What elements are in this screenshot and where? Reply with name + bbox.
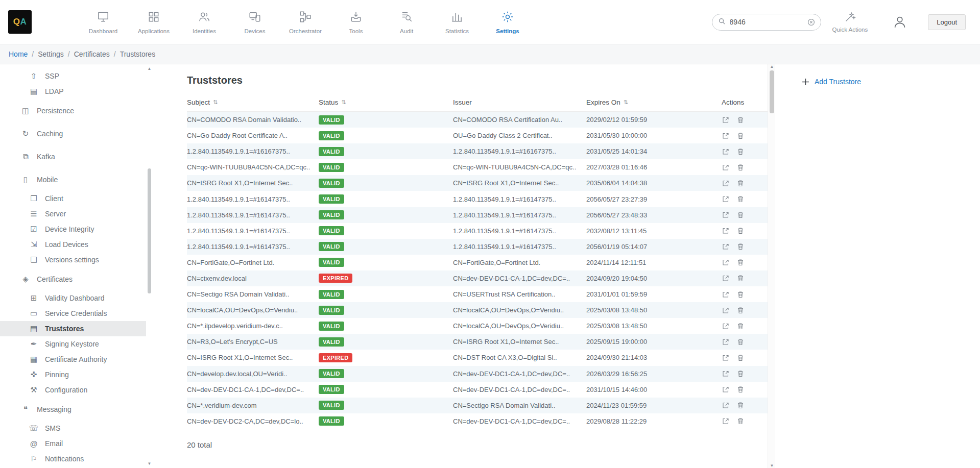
delete-truststore-icon[interactable] [736, 258, 745, 266]
open-truststore-icon[interactable] [722, 211, 730, 219]
open-truststore-icon[interactable] [722, 227, 730, 235]
sidebar-item-truststores[interactable]: ▤ Truststores [0, 321, 146, 336]
clear-search-icon[interactable] [807, 18, 815, 26]
nav-applications[interactable]: Applications [136, 10, 171, 34]
sidebar-item-client[interactable]: ❐ Client [0, 191, 146, 206]
delete-truststore-icon[interactable] [736, 322, 745, 330]
table-row[interactable]: CN=develop.dev.local,OU=Veridi.. VALID C… [187, 366, 775, 382]
main-scrollbar[interactable]: ▲ ▼ [768, 64, 775, 468]
delete-truststore-icon[interactable] [736, 354, 745, 362]
sidebar-item-server[interactable]: ☰ Server [0, 206, 146, 221]
nav-devices[interactable]: Devices [237, 10, 272, 34]
sidebar-item-load-devices[interactable]: ⇲ Load Devices [0, 237, 146, 252]
nav-audit[interactable]: Audit [389, 10, 424, 34]
table-row[interactable]: CN=ISRG Root X1,O=Internet Sec.. EXPIRED… [187, 350, 775, 365]
table-row[interactable]: CN=dev-DEV-DC2-CA,DC=dev,DC=lo.. VALID C… [187, 413, 775, 429]
delete-truststore-icon[interactable] [736, 116, 745, 124]
scroll-up-icon[interactable]: ▲ [768, 64, 776, 69]
user-avatar-icon[interactable] [892, 14, 907, 30]
delete-truststore-icon[interactable] [736, 211, 745, 219]
table-row[interactable]: CN=qc-WIN-TUUBU9A4C5N-CA,DC=qc.. VALID C… [187, 159, 775, 175]
sidebar-item-mobile[interactable]: ▯ Mobile [0, 168, 146, 191]
sidebar-item-service-credentials[interactable]: ▭ Service Credentials [0, 306, 146, 321]
open-truststore-icon[interactable] [722, 179, 730, 187]
sidebar-item-persistence[interactable]: ◫ Persistence [0, 99, 146, 122]
open-truststore-icon[interactable] [722, 354, 730, 362]
nav-statistics[interactable]: Statistics [440, 10, 474, 34]
scroll-down-icon[interactable]: ▼ [147, 461, 152, 466]
open-truststore-icon[interactable] [722, 338, 730, 346]
open-truststore-icon[interactable] [722, 370, 730, 378]
delete-truststore-icon[interactable] [736, 227, 745, 235]
delete-truststore-icon[interactable] [736, 401, 745, 409]
delete-truststore-icon[interactable] [736, 274, 745, 282]
search-box[interactable] [712, 14, 821, 31]
open-truststore-icon[interactable] [722, 322, 730, 330]
table-row[interactable]: 1.2.840.113549.1.9.1=#16147375.. VALID 1… [187, 239, 775, 255]
table-row[interactable]: CN=Go Daddy Root Certificate A.. VALID O… [187, 128, 775, 143]
sidebar-item-ldap[interactable]: ▤ LDAP [0, 84, 146, 99]
scroll-up-icon[interactable]: ▲ [147, 66, 152, 71]
open-truststore-icon[interactable] [722, 147, 730, 156]
column-header-subject[interactable]: Subject ⇅ [187, 98, 319, 106]
sidebar-item-pinning[interactable]: ✜ Pinning [0, 367, 146, 382]
scroll-down-icon[interactable]: ▼ [768, 463, 776, 468]
open-truststore-icon[interactable] [722, 401, 730, 409]
sidebar-item-configuration[interactable]: ⚒ Configuration [0, 382, 146, 398]
search-input[interactable] [730, 18, 803, 26]
open-truststore-icon[interactable] [722, 417, 730, 425]
table-row[interactable]: CN=R3,O=Let's Encrypt,C=US VALID CN=ISRG… [187, 334, 775, 350]
delete-truststore-icon[interactable] [736, 147, 745, 156]
sort-icon[interactable]: ⇅ [341, 99, 346, 106]
main-scrollbar-thumb[interactable] [770, 70, 774, 113]
delete-truststore-icon[interactable] [736, 306, 745, 314]
sidebar-item-sms[interactable]: ☏ SMS [0, 421, 146, 436]
quick-actions-button[interactable]: Quick Actions [832, 11, 868, 33]
table-row[interactable]: CN=*.veridium-dev.com VALID CN=Sectigo R… [187, 398, 775, 413]
table-row[interactable]: 1.2.840.113549.1.9.1=#16147375.. VALID 1… [187, 223, 775, 239]
sidebar-item-ssp[interactable]: ⇧ SSP [0, 68, 146, 84]
table-row[interactable]: 1.2.840.113549.1.9.1=#16167375.. VALID 1… [187, 143, 775, 159]
table-row[interactable]: CN=*.ilpdevelop.veridium-dev.c.. VALID C… [187, 318, 775, 334]
table-row[interactable]: CN=FortiGate,O=Fortinet Ltd. VALID CN=Fo… [187, 255, 775, 270]
sidebar-item-device-integrity[interactable]: ☑ Device Integrity [0, 221, 146, 237]
sort-icon[interactable]: ⇅ [213, 99, 218, 106]
open-truststore-icon[interactable] [722, 195, 730, 203]
delete-truststore-icon[interactable] [736, 132, 745, 140]
delete-truststore-icon[interactable] [736, 242, 745, 251]
nav-settings[interactable]: Settings [490, 10, 525, 34]
app-logo[interactable]: QA [8, 10, 32, 34]
breadcrumb-home[interactable]: Home [9, 50, 28, 58]
sort-icon[interactable]: ⇅ [624, 99, 628, 106]
delete-truststore-icon[interactable] [736, 385, 745, 393]
open-truststore-icon[interactable] [722, 385, 730, 393]
column-header-status[interactable]: Status ⇅ [319, 98, 453, 106]
open-truststore-icon[interactable] [722, 242, 730, 251]
sidebar-item-versions-settings[interactable]: ❏ Versions settings [0, 252, 146, 267]
sidebar-item-notifications[interactable]: ⚐ Notifications [0, 451, 146, 466]
sidebar-item-email[interactable]: @ Email [0, 436, 146, 451]
table-row[interactable]: CN=ISRG Root X1,O=Internet Sec.. VALID C… [187, 175, 775, 191]
add-truststore-button[interactable]: Add Truststore [802, 78, 980, 86]
delete-truststore-icon[interactable] [736, 179, 745, 187]
table-row[interactable]: CN=localCA,OU=DevOps,O=Veridiu.. VALID C… [187, 302, 775, 318]
sidebar-item-certificates[interactable]: ◈ Certificates [0, 267, 146, 290]
open-truststore-icon[interactable] [722, 163, 730, 171]
table-row[interactable]: CN=dev-DEV-DC1-CA-1,DC=dev,DC=.. VALID C… [187, 382, 775, 398]
table-row[interactable]: CN=Sectigo RSA Domain Validati.. VALID C… [187, 286, 775, 302]
delete-truststore-icon[interactable] [736, 195, 745, 203]
column-header-expires-on[interactable]: Expires On ⇅ [586, 98, 722, 106]
open-truststore-icon[interactable] [722, 306, 730, 314]
sidebar-item-validity-dashboard[interactable]: ⊞ Validity Dashboard [0, 290, 146, 306]
open-truststore-icon[interactable] [722, 274, 730, 282]
sidebar-item-messaging[interactable]: ❝ Messaging [0, 398, 146, 421]
sidebar-item-kafka[interactable]: ⧉ Kafka [0, 145, 146, 168]
nav-identities[interactable]: Identities [187, 10, 222, 34]
table-row[interactable]: 1.2.840.113549.1.9.1=#16147375.. VALID 1… [187, 207, 775, 223]
sidebar-scrollbar[interactable]: ▲ ▼ [147, 66, 152, 466]
open-truststore-icon[interactable] [722, 132, 730, 140]
table-row[interactable]: CN=ctxenv.dev.local EXPIRED CN=dev-DEV-D… [187, 270, 775, 286]
delete-truststore-icon[interactable] [736, 290, 745, 299]
nav-tools[interactable]: Tools [339, 10, 373, 34]
delete-truststore-icon[interactable] [736, 417, 745, 425]
